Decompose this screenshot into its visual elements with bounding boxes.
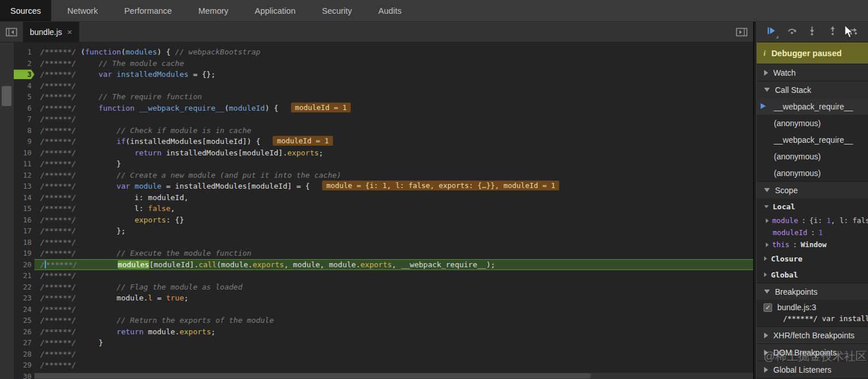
line-number[interactable]: 12 [14, 170, 34, 181]
step-out-button[interactable] [826, 25, 840, 39]
line-number[interactable]: 11 [14, 158, 34, 170]
code-line-text[interactable]: /******/ // Return the exports of the mo… [34, 315, 753, 326]
line-number[interactable]: 4 [14, 80, 34, 92]
scope-group-closure[interactable]: Closure [757, 251, 868, 267]
section-global-listeners[interactable]: Global Listeners [757, 361, 868, 378]
code-line-text[interactable]: /******/ // The require function [34, 91, 753, 103]
line-number[interactable]: 22 [14, 282, 34, 293]
vertical-scrollbar-thumb[interactable] [2, 86, 11, 106]
line-number[interactable]: 5 [14, 91, 34, 103]
code-lines[interactable]: 1/******/ (function(modules) { // webpac… [14, 42, 753, 379]
file-tab-bundle-js[interactable]: bundle.js × [23, 22, 79, 42]
call-stack-frame[interactable]: __webpack_require__ [757, 131, 868, 148]
horizontal-scrollbar[interactable] [14, 373, 753, 379]
call-stack-frame[interactable]: (anonymous) [757, 148, 868, 165]
line-number[interactable]: 15 [14, 203, 34, 214]
tab-security[interactable]: Security [312, 0, 362, 21]
breakpoint-marker[interactable]: 3 [14, 69, 34, 80]
close-tab-icon[interactable]: × [67, 27, 72, 37]
code-line-text[interactable]: /******/ exports: {} [34, 214, 753, 226]
line-number[interactable]: 7 [14, 114, 34, 125]
step-into-button[interactable] [805, 25, 820, 39]
code-line-text[interactable]: /******/ l: false, [34, 203, 753, 214]
line-number[interactable]: 16 [14, 214, 34, 226]
tab-sources[interactable]: Sources [0, 0, 51, 21]
line-number[interactable]: 30 [14, 371, 34, 379]
scope-group-local[interactable]: Local [757, 198, 868, 214]
line-number[interactable]: 19 [14, 248, 34, 259]
code-editor[interactable]: 1/******/ (function(modules) { // webpac… [0, 42, 753, 379]
code-line-text[interactable]: /******/ }; [34, 225, 753, 237]
code-line-text[interactable]: /******/ // Execute the module function [34, 248, 753, 259]
line-number[interactable]: 1 [14, 46, 34, 58]
code-line-text[interactable]: /******/ [34, 237, 753, 248]
code-line-text[interactable]: /******/ var module = installedModules[m… [34, 181, 753, 192]
line-number[interactable]: 24 [14, 304, 34, 315]
line-number[interactable]: 26 [14, 326, 34, 338]
code-line-text[interactable]: /******/ i: moduleId, [34, 192, 753, 204]
tab-performance[interactable]: Performance [114, 0, 182, 21]
horizontal-scrollbar-thumb[interactable] [14, 373, 591, 378]
code-line-text[interactable]: /******/ (function(modules) { // webpack… [34, 46, 753, 58]
section-dom-breakpoints[interactable]: DOM Breakpoints [757, 343, 868, 361]
code-line-text[interactable]: /******/ module.l = true; [34, 292, 753, 304]
step-over-button[interactable] [784, 25, 799, 39]
code-line-text[interactable]: /******/ [34, 114, 753, 125]
call-stack-frame[interactable]: (anonymous) [757, 115, 868, 131]
code-line-text[interactable]: /******/ [34, 270, 753, 282]
code-line-text[interactable]: /******/ return installedModules[moduleI… [34, 147, 753, 159]
code-line-text[interactable]: /******/ var installedModules = {}; [34, 69, 753, 80]
section-watch[interactable]: Watch [757, 64, 868, 81]
tab-network[interactable]: Network [57, 0, 108, 21]
code-line-text[interactable]: /******/ modules[moduleId].call(module.e… [34, 259, 753, 271]
section-breakpoints[interactable]: Breakpoints [757, 283, 868, 300]
line-number[interactable]: 6 [14, 103, 34, 114]
variable-name: module [772, 216, 798, 225]
line-number[interactable]: 14 [14, 192, 34, 204]
call-stack-frame[interactable]: __webpack_require__ [757, 98, 868, 115]
line-number[interactable]: 20 [14, 259, 34, 271]
line-number[interactable]: 13 [14, 181, 34, 192]
line-number[interactable]: 10 [14, 147, 34, 159]
show-navigator-button[interactable] [0, 22, 23, 42]
line-number[interactable]: 25 [14, 315, 34, 326]
code-line-text[interactable]: /******/ if(installedModules[moduleId]) … [34, 136, 753, 147]
code-line-text[interactable]: /******/ // Flag the module as loaded [34, 282, 753, 293]
code-line-text[interactable]: /******/ [34, 80, 753, 92]
code-line-text[interactable]: /******/ // Create a new module (and put… [34, 170, 753, 181]
code-line-text[interactable]: /******/ // The module cache [34, 58, 753, 69]
line-number[interactable]: 23 [14, 292, 34, 304]
resume-button[interactable] [764, 25, 779, 39]
show-drawer-button[interactable] [730, 22, 753, 42]
line-number[interactable]: 8 [14, 125, 34, 136]
tab-application[interactable]: Application [245, 0, 306, 21]
line-number[interactable]: 27 [14, 337, 34, 349]
line-number[interactable]: 29 [14, 360, 34, 371]
section-xhr-fetch-breakpoints[interactable]: XHR/fetch Breakpoints [757, 326, 868, 343]
code-line-text[interactable]: /******/ [34, 349, 753, 360]
tab-memory[interactable]: Memory [188, 0, 238, 21]
call-stack-frame[interactable]: (anonymous) [757, 165, 868, 181]
code-line-text[interactable]: /******/ [34, 360, 753, 371]
breakpoint-checkbox[interactable]: ✓ [764, 303, 772, 312]
code-line-text[interactable]: /******/ function __webpack_require__(mo… [34, 103, 753, 114]
line-number[interactable]: 2 [14, 58, 34, 69]
scope-variable-moduleid[interactable]: moduleId: 1 [757, 226, 868, 239]
line-number[interactable]: 9 [14, 136, 34, 147]
code-line-text[interactable]: /******/ } [34, 158, 753, 170]
code-line-text[interactable]: /******/ [34, 304, 753, 315]
line-number[interactable]: 21 [14, 270, 34, 282]
scope-variable-this[interactable]: this: Window [757, 239, 868, 251]
tab-audits[interactable]: Audits [368, 0, 412, 21]
line-number[interactable]: 17 [14, 225, 34, 237]
section-call-stack[interactable]: Call Stack [757, 81, 868, 98]
code-line-text[interactable]: /******/ // Check if module is in cache [34, 125, 753, 136]
scope-variable-module[interactable]: module: {i: 1, l: false, exports: {…}} [757, 214, 868, 226]
code-line-text[interactable]: /******/ return module.exports; [34, 326, 753, 338]
line-number[interactable]: 18 [14, 237, 34, 248]
section-scope[interactable]: Scope [757, 181, 868, 198]
code-line-text[interactable]: /******/ } [34, 337, 753, 349]
line-number[interactable]: 28 [14, 349, 34, 360]
breakpoint-entry-header[interactable]: ✓bundle.js:3 [764, 303, 868, 312]
scope-group-global[interactable]: Global [757, 267, 868, 283]
